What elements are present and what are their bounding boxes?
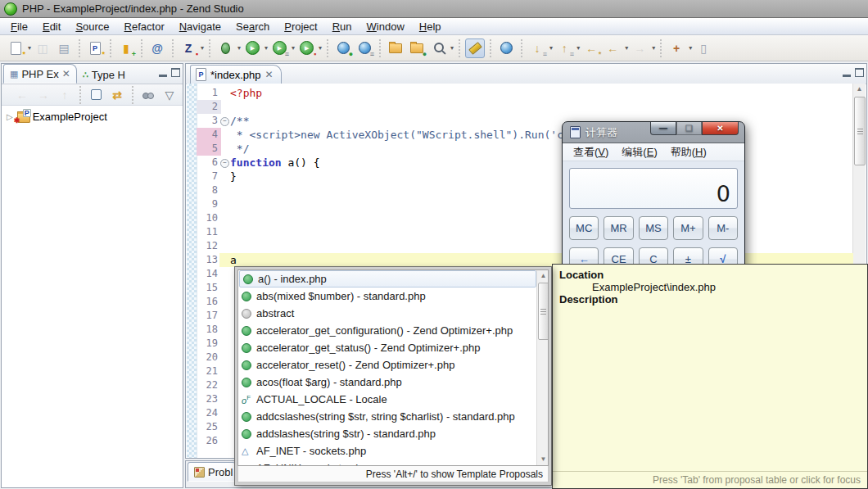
proposal-info-panel[interactable]: Location ExampleProject\index.php Descri… [552,264,868,489]
menu-help[interactable]: Help [412,19,449,34]
fold-marker-icon[interactable]: − [220,117,229,126]
tab-type-hierarchy[interactable]: ∴ Type H [77,66,131,84]
calc-button-ms[interactable]: MS [639,216,668,240]
scroll-down-icon[interactable]: ▼ [537,454,549,465]
tab-php-explorer[interactable]: ▦ PHP Ex ✕ [3,64,77,84]
menu-run[interactable]: Run [325,19,359,34]
proposal-item[interactable]: acos(float $arg) - standard.php [238,374,548,391]
back-button-dropdown-icon[interactable]: ▾ [625,44,628,52]
scrollbar-thumb[interactable] [538,283,549,340]
working-set-icon[interactable] [138,85,158,105]
proposal-item[interactable]: accelerator_reset() - Zend Optimizer+.ph… [238,356,548,374]
calc-minimize-button[interactable]: — [650,122,676,135]
collapse-all-button[interactable] [86,85,106,105]
menu-navigate[interactable]: Navigate [172,19,228,34]
menu-window[interactable]: Window [359,19,412,34]
run-config-button[interactable]: ≡ [269,38,289,58]
proposal-item[interactable]: oFACTUAL_LOCALE - Locale [238,391,548,408]
scroll-up-icon[interactable]: ▲ [537,270,549,282]
menu-edit[interactable]: Edit [35,19,68,34]
expander-icon[interactable]: ▷ [7,112,13,121]
proposal-item[interactable]: △AF_UNIX - sockets.php [238,460,548,466]
proposal-item[interactable]: accelerator_get_status() - Zend Optimize… [238,339,548,356]
new-php-file-button[interactable]: P* [85,38,105,58]
run-button-dropdown-icon[interactable]: ▾ [264,44,268,52]
calc-button-m-[interactable]: M- [708,216,738,240]
search-button-dropdown-icon[interactable]: ▾ [450,44,454,52]
tab-problems-label: Probl [208,466,233,478]
minimize-editor-icon[interactable] [843,68,851,77]
calc-button-mr[interactable]: MR [604,216,633,240]
forward-button-dropdown-icon[interactable]: ▾ [652,44,655,52]
calc-menu-h[interactable]: 帮助(H) [665,144,712,161]
menu-search[interactable]: Search [228,19,277,34]
debug-button-dropdown-icon[interactable]: ▾ [237,44,241,52]
calc-menu-v[interactable]: 查看(V) [567,144,614,161]
last-edit-location-button[interactable]: ←* [581,38,601,58]
open-php-type-button[interactable]: @ [147,38,167,58]
forward-button[interactable]: → [630,38,649,58]
proposal-item[interactable]: addslashes(string $str) - standard.php [238,425,548,442]
mark-occurrences-toggle[interactable] [465,38,485,58]
web-browser-button[interactable] [496,38,516,58]
zend-tool-button[interactable]: Z▪ [179,38,198,58]
back-button[interactable]: ← [603,38,622,58]
new-wizard-button-dropdown-icon[interactable]: ▾ [28,44,31,52]
calc-close-button[interactable]: ✕ [702,122,739,135]
close-icon[interactable]: ✕ [62,69,70,79]
calculator-titlebar[interactable]: 计算器 — ❏ ✕ [563,122,744,143]
profile-url-button[interactable]: ≡ [355,38,374,58]
prev-annotation-button[interactable]: ↑≡ [554,38,574,58]
calc-menu-e[interactable]: 编辑(E) [616,144,662,161]
menu-source[interactable]: Source [68,19,116,34]
open-resource-button[interactable]: ● [407,38,427,58]
new-php-element-button[interactable]: ▮+ [116,38,136,58]
view-menu-button[interactable]: ▽ [160,85,179,105]
proposal-item[interactable]: a() - index.php [239,270,536,288]
print-button[interactable]: ▤ [54,38,74,58]
popup-vscrollbar[interactable]: ▲ ▼ [536,270,548,465]
prev-annotation-button-dropdown-icon[interactable]: ▾ [576,44,580,52]
proposal-list[interactable]: ▲ ▼ a() - index.phpabs(mixed $number) - … [237,269,549,466]
explorer-up-button[interactable]: ↑ [55,85,75,105]
pin-editor-button-dropdown-icon[interactable]: ▾ [689,44,692,52]
menu-refactor[interactable]: Refactor [117,19,172,34]
save-button[interactable]: ◫ [33,38,52,58]
fold-marker-icon[interactable]: − [220,159,229,168]
debug-url-button[interactable]: ● [333,38,353,58]
proposal-item[interactable]: abs(mixed $number) - standard.php [238,288,548,305]
profile-button[interactable]: ▪ [296,38,316,58]
new-wizard-button[interactable]: * [6,38,25,58]
explorer-back-button[interactable]: ← [12,85,32,105]
calc-button-m+[interactable]: M+ [673,216,703,240]
run-button[interactable] [242,38,262,58]
close-icon[interactable]: ✕ [264,70,273,79]
editor-area-button[interactable]: ▯ [694,38,713,58]
profile-button-dropdown-icon[interactable]: ▾ [319,44,322,52]
tab-index-php[interactable]: P *index.php ✕ [190,65,282,84]
proposal-item[interactable]: accelerator_get_configuration() - Zend O… [238,322,548,339]
menu-project[interactable]: Project [277,19,324,34]
scrollbar-thumb[interactable] [854,97,866,165]
proposal-item[interactable]: addcslashes(string $str, string $charlis… [238,408,548,425]
link-with-editor-button[interactable]: ⇄ [107,85,127,105]
open-file-button[interactable] [386,38,405,58]
minimize-view-icon[interactable] [159,68,167,77]
pin-editor-button[interactable]: + [667,38,686,58]
tab-problems[interactable]: Probl [188,462,239,482]
debug-button[interactable] [215,38,235,58]
search-button[interactable] [428,38,448,58]
proposal-item[interactable]: △AF_INET - sockets.php [238,442,548,460]
next-annotation-button-dropdown-icon[interactable]: ▾ [549,44,553,52]
proposal-item[interactable]: abstract [238,305,548,322]
zend-tool-button-dropdown-icon[interactable]: ▾ [201,44,204,52]
scroll-up-icon[interactable]: ▲ [853,84,866,95]
menu-file[interactable]: File [3,19,35,34]
tree-item-exampleproject[interactable]: ▷ P✱ ExampleProject [7,111,183,123]
maximize-view-icon[interactable] [171,68,180,77]
maximize-editor-icon[interactable] [855,68,864,77]
next-annotation-button[interactable]: ↓≡ [527,38,547,58]
run-config-button-dropdown-icon[interactable]: ▾ [292,44,295,52]
calc-button-mc[interactable]: MC [569,216,599,240]
explorer-forward-button[interactable]: → [34,85,53,105]
